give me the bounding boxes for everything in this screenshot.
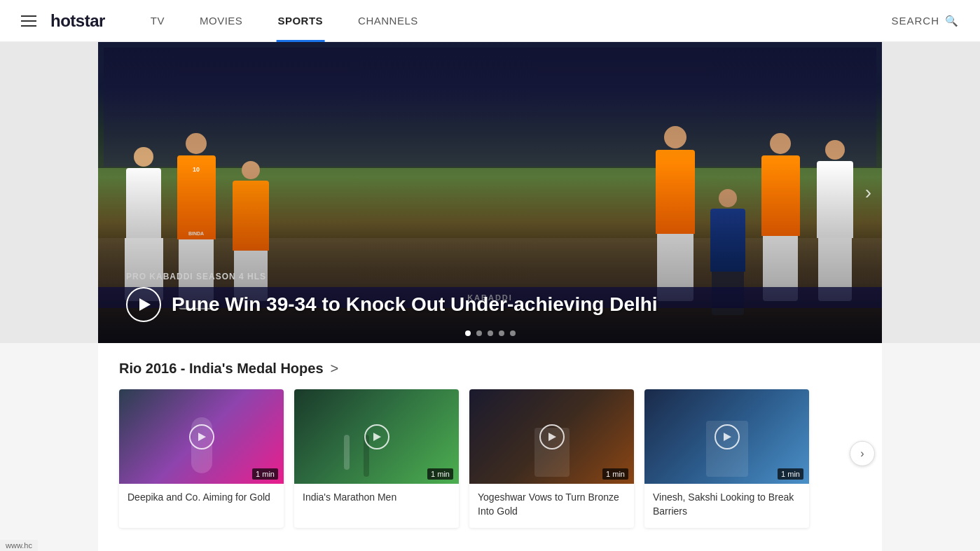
- dot-3[interactable]: [488, 330, 493, 336]
- nav-sports[interactable]: SPORTS: [260, 0, 340, 42]
- dot-1[interactable]: [465, 330, 471, 336]
- site-url: www.hc: [6, 541, 32, 550]
- status-bar: www.hc: [0, 540, 38, 551]
- hero-play-button[interactable]: [126, 287, 161, 322]
- card-2-thumb: 1 min: [294, 389, 459, 484]
- card-4-play[interactable]: [715, 424, 740, 449]
- card-2-duration: 1 min: [427, 468, 453, 480]
- section1-next-button[interactable]: ›: [850, 441, 875, 466]
- header: hotstar TV MOVIES SPORTS CHANNELS SEARCH…: [0, 0, 980, 42]
- card-4-duration: 1 min: [778, 468, 803, 480]
- section1-cards: 1 min Deepika and Co. Aiming for Gold: [119, 389, 861, 528]
- search-icon: 🔍: [945, 15, 959, 27]
- card-1-thumb: 1 min: [119, 389, 284, 484]
- card-vinesh-sakshi[interactable]: 1 min Vinesh, Sakshi Looking to Break Ba…: [644, 389, 809, 528]
- card-4-thumb: 1 min: [644, 389, 809, 484]
- nav-tv[interactable]: TV: [133, 0, 182, 42]
- card-3-play[interactable]: [539, 424, 565, 449]
- card-marathon[interactable]: 1 min India's Marathon Men: [294, 389, 459, 528]
- main-content: Rio 2016 - India's Medal Hopes >: [98, 343, 882, 551]
- card-3-thumb: 1 min: [469, 389, 634, 484]
- section1-title: Rio 2016 - India's Medal Hopes: [119, 361, 324, 377]
- dot-4[interactable]: [499, 330, 504, 336]
- hero-content: PRO KABADDI SEASON 4 HLS Pune Win 39-34 …: [126, 272, 658, 322]
- hero-category: PRO KABADDI SEASON 4 HLS: [126, 272, 658, 281]
- card-deepika[interactable]: 1 min Deepika and Co. Aiming for Gold: [119, 389, 284, 528]
- dot-2[interactable]: [476, 330, 482, 336]
- card-yogeshwar[interactable]: 1 min Yogeshwar Vows to Turn Bronze Into…: [469, 389, 634, 528]
- hero-next-button[interactable]: ›: [865, 181, 871, 204]
- search-label: SEARCH: [891, 15, 939, 27]
- logo: hotstar: [50, 11, 105, 31]
- main-nav: TV MOVIES SPORTS CHANNELS: [133, 0, 436, 42]
- card-2-title: India's Marathon Men: [294, 484, 459, 515]
- card-3-title: Yogeshwar Vows to Turn Bronze Into Gold: [469, 484, 634, 528]
- hero-banner: 10 BINDA: [98, 42, 882, 343]
- play-icon: [373, 433, 381, 441]
- card-1-duration: 1 min: [252, 468, 278, 480]
- card-1-play[interactable]: [189, 424, 214, 449]
- section-medal-hopes: Rio 2016 - India's Medal Hopes >: [119, 361, 861, 528]
- hero-title: Pune Win 39-34 to Knock Out Under-achiev…: [172, 293, 658, 316]
- header-left: hotstar: [21, 11, 105, 31]
- play-icon: [548, 433, 556, 441]
- section1-header: Rio 2016 - India's Medal Hopes >: [119, 361, 861, 377]
- dot-5[interactable]: [510, 330, 516, 336]
- section1-arrow[interactable]: >: [331, 361, 339, 377]
- search-button[interactable]: SEARCH 🔍: [891, 15, 959, 27]
- nav-channels[interactable]: CHANNELS: [340, 0, 436, 42]
- card-2-play[interactable]: [364, 424, 389, 449]
- card-3-duration: 1 min: [602, 468, 628, 480]
- play-icon: [724, 433, 731, 441]
- card-1-title: Deepika and Co. Aiming for Gold: [119, 484, 284, 515]
- nav-movies[interactable]: MOVIES: [182, 0, 260, 42]
- play-icon: [139, 298, 151, 311]
- play-icon: [198, 433, 206, 441]
- card-4-title: Vinesh, Sakshi Looking to Break Barriers: [644, 484, 809, 528]
- hero-pagination: [465, 330, 516, 336]
- hamburger-icon[interactable]: [21, 15, 36, 27]
